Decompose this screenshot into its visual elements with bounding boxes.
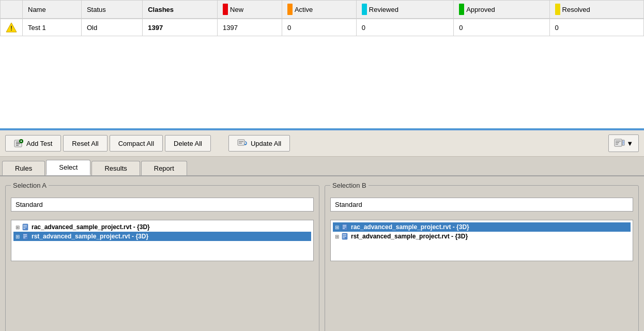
resolved-color-indicator (555, 4, 560, 15)
selection-b-item-0[interactable]: ⊞ rac_advanced_sample_project.rvt - {3D} (333, 222, 631, 232)
selection-b-legend: Selection B (330, 182, 369, 189)
svg-rect-14 (616, 141, 621, 142)
col-header-new[interactable]: New (218, 1, 282, 19)
svg-rect-10 (239, 141, 243, 142)
col-header-status[interactable]: Status (81, 1, 142, 19)
svg-rect-4 (16, 143, 20, 144)
col-header-clashes[interactable]: Clashes (143, 1, 218, 19)
svg-text:!: ! (10, 25, 12, 32)
selection-b-tree: ⊞ rac_advanced_sample_project.rvt - {3D}… (330, 220, 633, 261)
svg-rect-32 (343, 234, 346, 235)
file-icon-b-0 (341, 223, 349, 231)
selection-b-dropdown[interactable]: Standard Custom (330, 198, 633, 212)
update-all-icon (237, 139, 248, 148)
reset-all-label: Reset All (72, 140, 98, 147)
update-icon-svg (237, 139, 248, 148)
svg-rect-20 (23, 225, 27, 226)
tabs-bar: Rules Select Results Report (0, 157, 644, 176)
svg-rect-33 (343, 236, 346, 237)
svg-rect-34 (343, 237, 345, 238)
expand-icon-b-1: ⊞ (334, 233, 340, 239)
svg-rect-30 (343, 228, 345, 229)
svg-rect-9 (238, 140, 244, 145)
col-header-active[interactable]: Active (282, 1, 356, 19)
row-reviewed: 0 (356, 19, 453, 36)
svg-rect-16 (616, 144, 618, 145)
reset-all-button[interactable]: Reset All (63, 135, 107, 152)
col-header-approved[interactable]: Approved (454, 1, 549, 19)
selection-b-item-1[interactable]: ⊞ rst_advanced_sample_project.rvt - {3D} (333, 232, 631, 241)
svg-rect-25 (23, 236, 27, 237)
table-header-row: Name Status Clashes New A (1, 1, 644, 19)
delete-all-button[interactable]: Delete All (165, 135, 211, 152)
selection-b-panel: Selection B Standard Custom ⊞ rac_advanc (325, 182, 639, 331)
clash-table: Name Status Clashes New A (0, 0, 644, 36)
warning-icon: ! (6, 22, 17, 33)
svg-rect-8 (21, 141, 22, 142)
selection-a-tree: ⊞ rac_advanced_sample_project.rvt - {3D}… (11, 220, 314, 261)
selection-a-dropdown-wrapper: Standard Custom (11, 198, 314, 216)
svg-rect-5 (16, 145, 19, 146)
col-header-resolved[interactable]: Resolved (549, 1, 643, 19)
svg-rect-24 (23, 234, 27, 235)
selection-b-item-1-label: rst_advanced_sample_project.rvt - {3D} (351, 233, 468, 240)
file-svg-b-1 (342, 233, 349, 240)
col-header-name[interactable]: Name (23, 1, 82, 19)
row-name: Test 1 (23, 19, 82, 36)
file-icon-0 (22, 223, 30, 231)
selection-a-item-0-label: rac_advanced_sample_project.rvt - {3D} (32, 223, 150, 231)
export-button[interactable]: ▼ (608, 134, 639, 152)
row-clashes: 1397 (143, 19, 218, 36)
selection-a-item-1[interactable]: ⊞ rst_advanced_sample_project.rvt - {3D} (13, 232, 311, 241)
svg-rect-28 (343, 225, 346, 226)
row-status: Old (81, 19, 142, 36)
svg-rect-29 (343, 227, 346, 228)
file-svg-1 (22, 233, 29, 240)
file-icon-b-1 (341, 233, 349, 240)
export-icon (614, 138, 625, 148)
row-resolved: 0 (549, 19, 643, 36)
add-test-icon (14, 139, 23, 148)
update-all-button[interactable]: Update All (228, 135, 290, 152)
col-header-reviewed[interactable]: Reviewed (356, 1, 453, 19)
row-approved: 0 (454, 19, 549, 36)
clash-table-section: Name Status Clashes New A (0, 0, 644, 130)
row-new: 1397 (218, 19, 282, 36)
svg-rect-11 (239, 143, 242, 144)
delete-all-label: Delete All (174, 140, 202, 147)
tab-select[interactable]: Select (46, 160, 90, 175)
expand-icon-b-0: ⊞ (334, 224, 340, 230)
selection-a-dropdown[interactable]: Standard Custom (11, 198, 314, 212)
expand-icon-1: ⊞ (14, 233, 21, 239)
tab-report[interactable]: Report (141, 161, 187, 175)
table-row[interactable]: ! Test 1 Old 1397 1397 0 0 0 0 (1, 19, 644, 36)
selection-a-item-1-label: rst_advanced_sample_project.rvt - {3D} (32, 233, 148, 240)
table-empty-area (0, 36, 644, 129)
svg-rect-26 (23, 237, 25, 238)
selection-a-panel: Selection A Standard Custom ⊞ rac_advanc (5, 182, 319, 331)
svg-rect-15 (616, 142, 619, 143)
export-icon-svg (614, 138, 625, 148)
toolbar: Add Test Reset All Compact All Delete Al… (0, 130, 644, 157)
active-color-indicator (287, 4, 293, 15)
add-test-label: Add Test (26, 140, 52, 147)
new-color-indicator (223, 4, 228, 15)
row-icon-cell: ! (1, 19, 23, 36)
selection-a-item-0[interactable]: ⊞ rac_advanced_sample_project.rvt - {3D} (13, 222, 311, 232)
reviewed-color-indicator (362, 4, 367, 15)
file-icon-1 (22, 233, 30, 240)
file-svg-b-0 (342, 223, 349, 231)
approved-color-indicator (459, 4, 464, 15)
compact-all-button[interactable]: Compact All (110, 135, 163, 152)
svg-rect-22 (23, 228, 25, 229)
main-content: Selection A Standard Custom ⊞ rac_advanc (0, 176, 644, 331)
col-header-icon (1, 1, 23, 19)
svg-rect-21 (23, 227, 27, 228)
selection-a-legend: Selection A (11, 182, 49, 189)
tab-rules[interactable]: Rules (2, 161, 45, 175)
selection-b-dropdown-wrapper: Standard Custom (330, 198, 633, 216)
selection-b-item-0-label: rac_advanced_sample_project.rvt - {3D} (351, 223, 469, 231)
export-dropdown-arrow: ▼ (626, 140, 633, 147)
tab-results[interactable]: Results (91, 161, 140, 175)
add-test-button[interactable]: Add Test (5, 135, 61, 152)
